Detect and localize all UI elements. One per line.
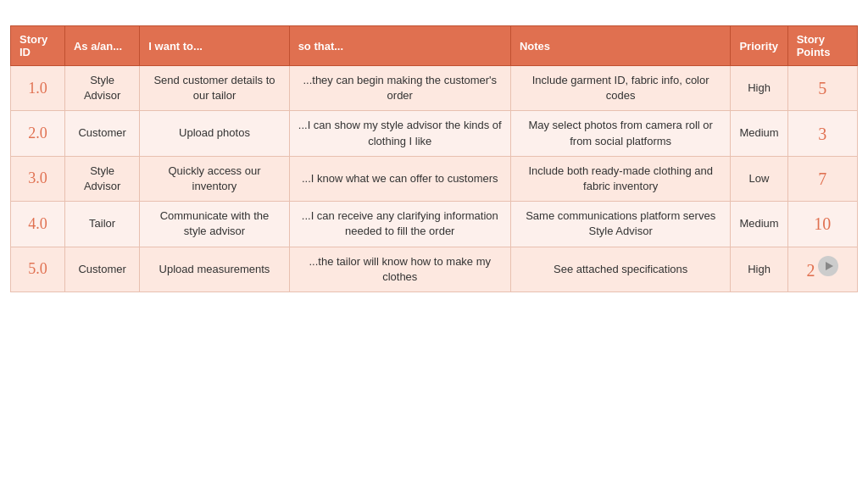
cell-as-a: Style Advisor [64, 66, 139, 111]
cell-i-want: Communicate with the style advisor [140, 202, 289, 247]
cell-so-that: ...the tailor will know how to make my c… [289, 247, 510, 291]
play-button[interactable] [818, 256, 838, 276]
cell-notes: May select photos from camera roll or fr… [510, 111, 731, 156]
table-row: 3.0Style AdvisorQuickly access our inven… [11, 156, 858, 201]
col-header-so-that: so that... [289, 26, 510, 66]
col-header-story-id: Story ID [11, 26, 65, 66]
cell-priority: Medium [731, 111, 787, 156]
cell-story-points: 5 [787, 66, 857, 111]
cell-story-id: 4.0 [11, 202, 65, 247]
table-header-row: Story ID As a/an... I want to... so that… [11, 26, 858, 66]
cell-story-id: 2.0 [11, 111, 65, 156]
cell-as-a: Style Advisor [64, 156, 139, 201]
cell-as-a: Customer [64, 247, 139, 291]
cell-story-id: 3.0 [11, 156, 65, 201]
cell-priority: High [731, 247, 787, 291]
col-header-as-a: As a/an... [64, 26, 139, 66]
table-row: 5.0CustomerUpload measurements...the tai… [11, 247, 858, 291]
cell-notes: See attached specifications [510, 247, 731, 291]
table-row: 4.0TailorCommunicate with the style advi… [11, 202, 858, 247]
cell-priority: Medium [731, 202, 787, 247]
cell-story-id: 1.0 [11, 66, 65, 111]
cell-priority: High [731, 66, 787, 111]
cell-i-want: Upload measurements [140, 247, 289, 291]
backlog-table: Story ID As a/an... I want to... so that… [10, 25, 858, 292]
cell-as-a: Customer [64, 111, 139, 156]
cell-as-a: Tailor [64, 202, 139, 247]
table-row: 1.0Style AdvisorSend customer details to… [11, 66, 858, 111]
cell-story-points: 7 [787, 156, 857, 201]
cell-so-that: ...I can receive any clarifying informat… [289, 202, 510, 247]
cell-i-want: Upload photos [140, 111, 289, 156]
cell-story-id: 5.0 [11, 247, 65, 291]
cell-story-points: 2 [787, 247, 857, 291]
cell-so-that: ...they can begin making the customer's … [289, 66, 510, 111]
col-header-i-want: I want to... [140, 26, 289, 66]
cell-so-that: ...I can show my style advisor the kinds… [289, 111, 510, 156]
cell-story-points: 10 [787, 202, 857, 247]
col-header-points: Story Points [787, 26, 857, 66]
cell-priority: Low [731, 156, 787, 201]
table-row: 2.0CustomerUpload photos...I can show my… [11, 111, 858, 156]
cell-notes: Include garment ID, fabric info, color c… [510, 66, 731, 111]
cell-story-points: 3 [787, 111, 857, 156]
cell-notes: Same communications platform serves Styl… [510, 202, 731, 247]
col-header-notes: Notes [510, 26, 731, 66]
cell-i-want: Quickly access our inventory [140, 156, 289, 201]
cell-notes: Include both ready-made clothing and fab… [510, 156, 731, 201]
col-header-priority: Priority [731, 26, 787, 66]
cell-so-that: ...I know what we can offer to customers [289, 156, 510, 201]
cell-i-want: Send customer details to our tailor [140, 66, 289, 111]
